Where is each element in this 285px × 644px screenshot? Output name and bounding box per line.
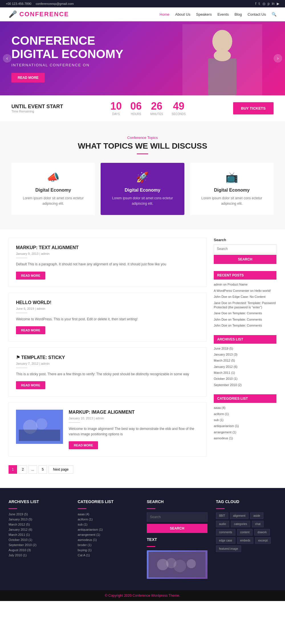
sidebar-archives: ARCHIVES LIST June 2019 (5) January 2013… (214, 335, 276, 387)
post-card-4: MARKUP: IMAGE ALIGNMENT January 10, 2013… (9, 402, 207, 457)
page-btn-dots[interactable]: ... (28, 465, 37, 474)
sidebar-search-input[interactable] (214, 244, 276, 253)
page-btn-1[interactable]: 1 (9, 465, 17, 474)
sidebar-archive-2[interactable]: January 2013 (3) (214, 352, 276, 357)
post-content-4: MARKUP: IMAGE ALIGNMENT January 10, 2013… (69, 410, 199, 449)
sidebar-category-6[interactable]: asmodeus (1) (214, 436, 276, 440)
tag-comments[interactable]: comments (216, 529, 235, 536)
nav-contact[interactable]: Contact Us (248, 12, 266, 17)
read-more-button-3[interactable]: READ MORE (16, 381, 45, 389)
tag-edge-case[interactable]: edge case (216, 537, 235, 544)
post-with-image-4: MARKUP: IMAGE ALIGNMENT January 10, 2013… (16, 410, 199, 449)
footer-archive-5[interactable]: March 2011 (1) (9, 533, 69, 536)
footer-category-7[interactable]: broder (1) (78, 543, 139, 547)
linkedin-icon[interactable]: in (272, 2, 274, 6)
footer-category-5[interactable]: arrangement (1) (78, 533, 139, 536)
footer-category-1[interactable]: aaaa (4) (78, 512, 139, 516)
sidebar-archive-4[interactable]: January 2012 (6) (214, 365, 276, 369)
footer-search-button[interactable]: SEARCH (147, 524, 207, 533)
tag-embeds[interactable]: embeds (237, 537, 254, 544)
tag-8bit[interactable]: 8BIT (216, 512, 228, 519)
main-nav: Home About Us Speakers Events Blog Conta… (160, 12, 276, 17)
facebook-icon[interactable]: f (255, 2, 256, 6)
tag-dowork[interactable]: dowork (254, 529, 270, 536)
sidebar-archive-5[interactable]: March 2011 (1) (214, 371, 276, 375)
footer-archive-3[interactable]: March 2012 (5) (9, 523, 69, 526)
hero-read-more-button[interactable]: READ MORE (11, 73, 45, 83)
footer-archive-1[interactable]: June 2019 (5) (9, 512, 69, 516)
footer-archive-6[interactable]: October 2010 (1) (9, 538, 69, 542)
buy-tickets-button[interactable]: BUY TICKETS (233, 102, 274, 114)
footer-search-divider (147, 508, 155, 509)
social-links[interactable]: f 𝕥 ◎ p in ▶ (255, 2, 279, 6)
nav-about[interactable]: About Us (175, 12, 190, 17)
tag-chat[interactable]: chat (252, 521, 264, 527)
tag-featured-image[interactable]: featured image (216, 545, 241, 552)
sidebar-category-2[interactable]: aciform (1) (214, 412, 276, 416)
sidebar-category-3[interactable]: sub (1) (214, 418, 276, 422)
nav-blog[interactable]: Blog (235, 12, 242, 17)
sidebar-category-1[interactable]: aaaa (4) (214, 406, 276, 410)
page-next-button[interactable]: Next page (48, 465, 73, 474)
countdown-seconds-label: SECONDS (172, 112, 186, 116)
read-more-button-4[interactable]: READ MORE (69, 441, 98, 449)
sidebar-recent-post-4[interactable]: Jane Doe on Protected: Template: Passwor… (214, 301, 276, 310)
read-more-button-1[interactable]: READ MORE (16, 272, 45, 280)
page-btn-5[interactable]: 5 (38, 465, 47, 474)
sidebar-search-label: Search (214, 238, 276, 242)
sidebar-search-button[interactable]: SEARCH (214, 255, 276, 264)
sidebar-category-5[interactable]: arrangement (1) (214, 430, 276, 434)
logo[interactable]: 🎤 CONFERENCE (9, 10, 69, 18)
footer-category-2[interactable]: aciform (1) (78, 518, 139, 521)
footer-search-input[interactable] (147, 512, 207, 522)
post-divider-2 (16, 313, 27, 313)
footer-archive-8[interactable]: August 2010 (3) (9, 548, 69, 552)
nav-events[interactable]: Events (217, 12, 229, 17)
sidebar-recent-post-3[interactable]: John Doe on Edge Case: No Content (214, 295, 276, 299)
countdown-seconds: 49 SECONDS (172, 101, 186, 116)
nav-speakers[interactable]: Speakers (196, 12, 212, 17)
post-title-1: MARKUP: TEXT ALIGNMENT (16, 245, 199, 250)
nav-home[interactable]: Home (160, 12, 170, 17)
countdown-hours-value: 06 (130, 101, 142, 111)
footer-archive-4[interactable]: January 2012 (6) (9, 528, 69, 531)
youtube-icon[interactable]: ▶ (277, 2, 279, 6)
sidebar-category-4[interactable]: antiquarianism (1) (214, 424, 276, 428)
footer-category-8[interactable]: buying (1) (78, 548, 139, 552)
svg-point-10 (174, 560, 186, 572)
sidebar-recent-post-1[interactable]: admin on Product Name (214, 282, 276, 287)
topic-desc-3: Lorem ipsum dolor sit amet cons ectetur … (196, 196, 268, 206)
page-btn-2[interactable]: 2 (19, 465, 27, 474)
footer-archive-2[interactable]: January 2013 (5) (9, 518, 69, 521)
footer-category-4[interactable]: antiquarianism (1) (78, 528, 139, 531)
search-icon[interactable]: 🔍 (272, 12, 276, 17)
tag-excerpt[interactable]: excerpt (255, 537, 271, 544)
post-excerpt-3: This is a sticky post. There are a few t… (16, 372, 199, 377)
topic-icon-3: 📺 (196, 171, 268, 183)
twitter-icon[interactable]: 𝕥 (258, 2, 260, 6)
sidebar-archive-3[interactable]: March 2012 (5) (214, 358, 276, 363)
countdown-minutes: 26 MINUTES (150, 101, 163, 116)
pinterest-icon[interactable]: p (268, 2, 270, 6)
sidebar-recent-post-5[interactable]: Jane Doe on Template: Comments (214, 311, 276, 315)
sidebar-archive-6[interactable]: October 2010 (1) (214, 377, 276, 381)
instagram-icon[interactable]: ◎ (262, 2, 265, 6)
sidebar-recent-post-2[interactable]: A WordPress Commenter on Hello world! (214, 289, 276, 293)
sidebar-recent-post-7[interactable]: John Doe on Template: Comments (214, 323, 276, 328)
footer-category-3[interactable]: sub (1) (78, 523, 139, 526)
tag-content[interactable]: content (237, 529, 253, 536)
footer-category-6[interactable]: asmodeus (1) (78, 538, 139, 542)
tag-alignment[interactable]: alignment (230, 512, 249, 519)
tag-audio[interactable]: audio (216, 521, 229, 527)
sidebar-archive-1[interactable]: June 2019 (5) (214, 346, 276, 351)
footer-category-9[interactable]: Cat A (1) (78, 553, 139, 557)
read-more-button-2[interactable]: READ MORE (16, 326, 45, 334)
tag-categories[interactable]: categories (231, 521, 250, 527)
sidebar-recent-post-6[interactable]: John Doe on Template: Comments (214, 317, 276, 322)
post-meta-3: January 7, 2012 | admin (16, 362, 199, 365)
sidebar-archive-7[interactable]: September 2010 (2) (214, 383, 276, 387)
footer-archive-9[interactable]: July 2010 (1) (9, 553, 69, 557)
footer-archive-7[interactable]: September 2010 (2) (9, 543, 69, 547)
tag-aside[interactable]: aside (250, 512, 263, 519)
svg-point-5 (36, 418, 47, 430)
